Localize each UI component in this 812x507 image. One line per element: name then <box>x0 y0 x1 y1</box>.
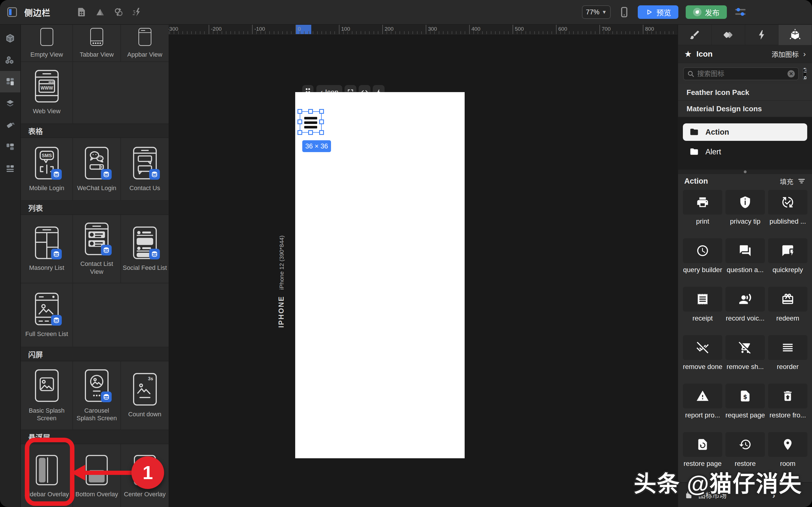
selected-element-menu-icon[interactable] <box>300 111 322 133</box>
quick-actions-bolt-icon[interactable] <box>132 6 143 18</box>
resize-handle[interactable] <box>308 130 313 135</box>
file-grid-icon[interactable] <box>76 6 87 18</box>
icon-item-query-builder[interactable]: query builder <box>683 238 722 274</box>
component-card-tabbar-view[interactable]: Tabbar View <box>73 25 121 62</box>
tabbar-view-icon <box>90 27 103 46</box>
icon-item-redeem[interactable]: redeem <box>768 287 808 322</box>
app-window: 侧边栏 77% ▼ 预览 <box>0 0 812 507</box>
icon-item-report-problem[interactable]: report pro... <box>683 384 722 419</box>
icon-item-question-answer[interactable]: question a... <box>725 238 765 274</box>
resize-handle[interactable] <box>297 119 302 124</box>
empty-grid-area <box>73 61 168 124</box>
search-field[interactable] <box>697 70 784 78</box>
component-card-appbar-view[interactable]: Appbar View <box>121 25 168 62</box>
ruler-tick: 100 <box>339 25 350 34</box>
icon-item-quickreply[interactable]: quickreply <box>768 238 808 274</box>
icon-item-record-voice-over[interactable]: record voic... <box>725 287 765 322</box>
component-card-basic-splash[interactable]: Basic Splash Screen <box>21 361 73 430</box>
topbar-left: 侧边栏 <box>0 6 143 18</box>
strip-blocks-icon[interactable] <box>0 49 20 71</box>
filter-all-tab[interactable]: 全部 <box>803 68 807 80</box>
tab-component-cube[interactable] <box>778 25 812 45</box>
strip-box-icon[interactable] <box>0 27 20 49</box>
component-card-web-view[interactable]: WWW Web View <box>21 61 73 124</box>
sync-icon[interactable] <box>113 6 124 18</box>
icon-item-request-page[interactable]: $request page <box>725 384 765 419</box>
add-icon-link[interactable]: 添加图标 <box>772 49 799 59</box>
preview-button[interactable]: 预览 <box>638 5 678 19</box>
zoom-dropdown[interactable]: 77% ▼ <box>582 5 611 19</box>
strip-paint-roller-icon[interactable] <box>0 114 20 136</box>
icon-item-room[interactable]: room <box>768 432 808 467</box>
ruler-tick: 400 <box>469 25 480 34</box>
strip-components-grid-icon[interactable] <box>0 71 20 93</box>
resize-handle[interactable] <box>319 130 324 135</box>
contact-us-icon <box>133 147 157 180</box>
resize-handle[interactable] <box>319 109 324 114</box>
icon-item-restore-from-trash[interactable]: restore fro... <box>768 384 808 419</box>
chevron-right-icon[interactable]: › <box>803 50 806 59</box>
component-card-empty-view[interactable]: Empty View <box>21 25 73 62</box>
component-card-carousel-splash[interactable]: Carousel Splash Screen <box>73 361 121 430</box>
section-title: Action <box>684 177 708 186</box>
icon-item-privacy-tip[interactable]: privacy tip <box>725 190 765 225</box>
contact-list-view-icon <box>85 222 109 256</box>
panel-header: ★ Icon 添加图标 › <box>678 45 812 63</box>
component-card-contact-list-view[interactable]: Contact List View <box>73 215 121 283</box>
strip-layers-icon[interactable] <box>0 93 20 114</box>
filter-sort-icon[interactable] <box>797 177 806 185</box>
preview-label: 预览 <box>656 7 671 17</box>
resize-handle[interactable] <box>297 130 302 135</box>
resize-handle[interactable] <box>319 119 324 124</box>
component-card-full-screen-list[interactable]: Full Screen List <box>21 283 73 347</box>
component-row: WWW Web View <box>21 61 168 124</box>
ruler-tick: 700 <box>599 25 611 34</box>
zoom-value: 77% <box>586 8 599 16</box>
drive-triangle-icon[interactable] <box>94 6 106 18</box>
publish-button[interactable]: 发布 <box>686 5 727 19</box>
artboard[interactable]: 36 × 36 <box>295 92 465 458</box>
icon-item-reorder[interactable]: reorder <box>768 335 808 371</box>
component-card-contact-us[interactable]: Contact Us <box>121 138 168 201</box>
settings-sliders-icon[interactable] <box>734 6 747 18</box>
icon-pack-feather[interactable]: Feather Icon Pack <box>678 84 812 101</box>
social-feed-list-icon <box>133 226 157 260</box>
strip-list-rows-icon[interactable] <box>0 158 20 179</box>
icon-section-header: Action 填充 <box>678 174 812 188</box>
sidebar-toggle-icon[interactable] <box>7 7 17 17</box>
canvas[interactable]: -300 -200 -100 0 100 200 300 400 500 600… <box>168 25 678 507</box>
component-card-wechat-login[interactable]: WeChat Login <box>73 138 121 201</box>
tab-transitions-diamonds[interactable] <box>712 25 745 45</box>
icon-item-remove-done[interactable]: remove done <box>683 335 722 371</box>
component-library-panel: Empty View Tabbar View Appbar View WWW W… <box>21 25 168 507</box>
panel-splitter[interactable] <box>678 170 812 174</box>
folder-alert[interactable]: Alert <box>683 144 807 160</box>
device-phone-icon[interactable] <box>618 6 630 18</box>
full-screen-list-icon <box>35 292 59 326</box>
inspector-panel: ★ Icon 添加图标 › ✕ 全部 最近 Feather Icon Pack … <box>677 25 812 507</box>
icon-item-restore[interactable]: restore <box>725 432 765 467</box>
ruler-tick: 800 <box>643 25 654 34</box>
icon-item-receipt[interactable]: receipt <box>683 287 722 322</box>
component-row: SMS Mobile Login WeChat Login Contact Us <box>21 138 168 201</box>
resize-handle[interactable] <box>297 109 302 114</box>
icon-pack-material[interactable]: Material Design Icons <box>678 101 812 117</box>
icon-item-print[interactable]: print <box>683 190 722 225</box>
component-card-mobile-login[interactable]: SMS Mobile Login <box>21 138 73 201</box>
component-card-social-feed-list[interactable]: Social Feed List <box>121 215 168 283</box>
component-card-count-down[interactable]: 3s Count down <box>121 361 168 430</box>
tab-style-brush[interactable] <box>678 25 712 45</box>
icon-item-remove-shopping-cart[interactable]: remove sh... <box>725 335 765 371</box>
bottom-overlay-icon <box>86 454 108 486</box>
folder-action[interactable]: Action <box>683 123 807 141</box>
fill-style-label[interactable]: 填充 <box>780 176 794 186</box>
tab-interactions-bolt[interactable] <box>745 25 779 45</box>
resize-handle[interactable] <box>308 109 313 114</box>
component-card-masonry-list[interactable]: Masonry List <box>21 215 73 283</box>
icon-search-input[interactable]: ✕ <box>683 67 799 80</box>
clear-search-icon[interactable]: ✕ <box>788 70 795 77</box>
strip-layout-icon[interactable] <box>0 136 20 158</box>
icon-item-published-with-changes[interactable]: published ... <box>768 190 808 225</box>
icon-item-restore-page[interactable]: restore page <box>683 432 722 467</box>
artboard-type-label: IPHONE <box>277 296 285 328</box>
